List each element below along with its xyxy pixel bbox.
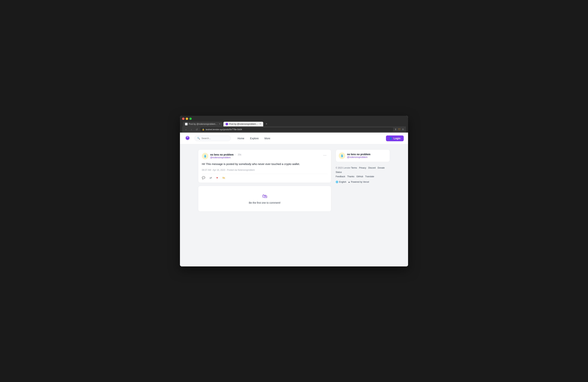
footer-copyright: © 2023 Lenster — [336, 167, 351, 169]
new-tab-button[interactable]: + — [264, 121, 269, 126]
logo[interactable] — [184, 135, 191, 142]
nav-links: Home Explore More — [235, 136, 273, 141]
inactive-tab-title: Post by @nolensnoproblem • L... — [189, 123, 218, 125]
close-window-button[interactable] — [182, 117, 185, 120]
footer-discord-link[interactable]: Discord — [368, 167, 376, 169]
sidebar-author-info: no lens no problem @nolensnoproblem — [347, 153, 370, 158]
powered-by-vercel: ▲ Powered by Vercel — [348, 180, 369, 184]
like-icon: ♥ — [216, 176, 218, 179]
share-icon[interactable]: ⬆ — [395, 128, 397, 131]
post-menu-button[interactable]: ⋯ — [322, 153, 328, 157]
nav-home[interactable]: Home — [235, 136, 247, 141]
post-time: · — [235, 153, 236, 156]
author-info: no lens no problem · 20s @nolensnoproble… — [210, 153, 241, 159]
mirror-button[interactable]: ⇄ — [210, 176, 212, 179]
comment-icon: 💬 — [202, 176, 205, 179]
author-handle: @nolensnoproblem — [210, 156, 241, 159]
reload-button[interactable]: ↺ — [195, 128, 199, 132]
comments-empty-card: 🛍 Be the first one to comment! — [198, 186, 331, 212]
globe-icon: 🌐 — [336, 180, 338, 184]
tab-bar: Post by @nolensnoproblem • L... ✕ Post b… — [182, 121, 406, 126]
maximize-window-button[interactable] — [189, 117, 192, 120]
navbar: 🔍 Home Explore More 👤 Login — [180, 133, 408, 144]
browser-actions: ⬆ 🛡 ⚙ — [395, 128, 404, 131]
post-time-ago: 20s — [238, 153, 241, 156]
user-icon: 👤 — [389, 137, 392, 140]
search-input[interactable] — [202, 137, 228, 140]
collect-icon: 🛍 — [222, 176, 225, 179]
post-author: 💧 no lens no problem · 20s @nolensnoprob… — [202, 153, 241, 159]
nav-more[interactable]: More — [262, 136, 273, 141]
login-label: Login — [394, 137, 400, 140]
login-button[interactable]: 👤 Login — [386, 135, 404, 141]
profile-card: 💧 no lens no problem @nolensnoproblem — [336, 149, 390, 162]
powered-by-label: Powered by Vercel — [351, 180, 369, 184]
back-button[interactable]: ‹ — [184, 128, 188, 132]
inactive-tab[interactable]: Post by @nolensnoproblem • L... ✕ — [183, 122, 223, 126]
author-name: no lens no problem — [210, 153, 233, 156]
language-label: English — [339, 180, 346, 184]
empty-text: Be the first one to comment! — [249, 201, 280, 204]
left-column: 💧 no lens no problem · 20s @nolensnoprob… — [198, 149, 331, 212]
address-bar-row: ‹ › ↺ 🔒 testnet.lenster.xyz/posts/0x778e… — [182, 126, 406, 133]
active-tab-favicon — [226, 123, 228, 125]
page-content: 🔍 Home Explore More 👤 Login — [180, 133, 408, 267]
inactive-tab-close[interactable]: ✕ — [219, 123, 220, 125]
comment-button[interactable]: 💬 — [202, 176, 205, 179]
nav-explore[interactable]: Explore — [248, 136, 261, 141]
footer-feedback-link[interactable]: Feedback — [336, 175, 345, 178]
main-layout: 💧 no lens no problem · 20s @nolensnoprob… — [194, 144, 394, 217]
search-box[interactable]: 🔍 — [194, 135, 231, 141]
post-header: 💧 no lens no problem · 20s @nolensnoprob… — [202, 153, 328, 159]
footer-donate-link[interactable]: Donate — [378, 167, 385, 169]
sidebar-avatar: 💧 — [339, 153, 345, 159]
post-body: Hi! This message is posted by somebody w… — [202, 162, 328, 166]
lock-icon: 🔒 — [202, 128, 205, 131]
forward-button[interactable]: › — [189, 128, 193, 132]
active-tab[interactable]: Post by @nolensnoproblem • L... ✕ — [223, 122, 263, 126]
extensions-icon[interactable]: ⚙ — [402, 128, 404, 131]
language-selector[interactable]: 🌐 English — [336, 180, 346, 184]
footer-terms-link[interactable]: Terms — [351, 167, 357, 169]
brave-shield-icon[interactable]: 🛡 — [398, 128, 400, 131]
traffic-lights — [182, 117, 406, 120]
minimize-window-button[interactable] — [186, 117, 188, 120]
footer-status-link[interactable]: Status — [336, 171, 342, 173]
post-meta: 06:07 AM · Apr 16, 2023 · Posted via Nol… — [202, 169, 328, 174]
search-icon: 🔍 — [197, 137, 200, 140]
collect-button[interactable]: 🛍 — [222, 176, 225, 179]
active-tab-close[interactable]: ✕ — [259, 123, 261, 125]
inactive-tab-favicon — [185, 123, 188, 125]
right-column: 💧 no lens no problem @nolensnoproblem © … — [336, 149, 390, 212]
like-button[interactable]: ♥ — [216, 176, 218, 179]
empty-icon: 🛍 — [262, 193, 267, 199]
sidebar-profile-name: no lens no problem — [347, 153, 370, 156]
svg-point-0 — [187, 137, 188, 138]
address-bar[interactable]: 🔒 testnet.lenster.xyz/posts/0x778e-0x04 — [200, 128, 393, 132]
browser-chrome: Post by @nolensnoproblem • L... ✕ Post b… — [180, 116, 408, 133]
post-card: 💧 no lens no problem · 20s @nolensnoprob… — [198, 149, 331, 183]
address-bar-url: testnet.lenster.xyz/posts/0x778e-0x04 — [206, 128, 242, 131]
sidebar-profile-handle: @nolensnoproblem — [347, 156, 370, 158]
footer-translate-link[interactable]: Translate — [365, 175, 374, 178]
footer-thanks-link[interactable]: Thanks — [347, 175, 354, 178]
post-actions: 💬 ⇄ ♥ 🛍 — [202, 176, 328, 179]
profile-card-inner: 💧 no lens no problem @nolensnoproblem — [339, 153, 387, 159]
avatar: 💧 — [202, 153, 208, 159]
footer-bottom: 🌐 English ▲ Powered by Vercel — [336, 180, 390, 184]
vercel-icon: ▲ — [348, 180, 350, 184]
active-tab-title: Post by @nolensnoproblem • L... — [229, 123, 258, 125]
footer-privacy-link[interactable]: Privacy — [359, 167, 366, 169]
footer-links: © 2023 Lenster Terms Privacy Discord Don… — [336, 166, 390, 184]
mirror-icon: ⇄ — [210, 176, 212, 179]
footer-github-link[interactable]: GitHub — [357, 175, 363, 178]
browser-window: Post by @nolensnoproblem • L... ✕ Post b… — [180, 116, 408, 267]
